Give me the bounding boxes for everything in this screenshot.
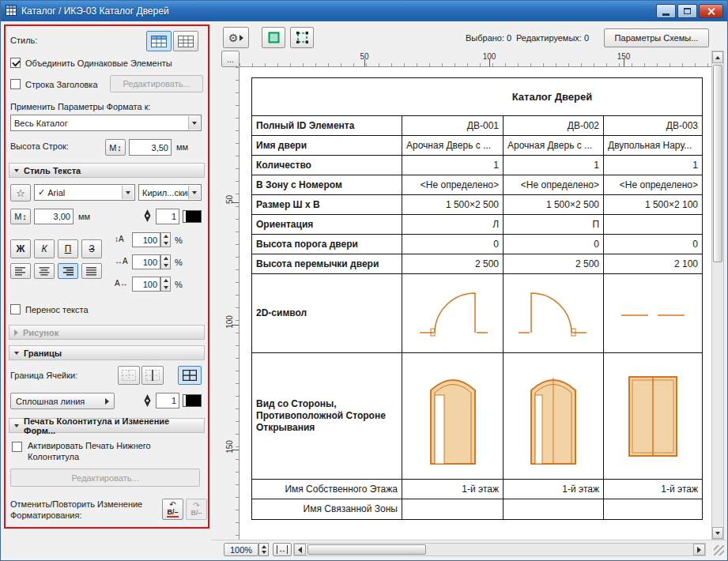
- text-size-input[interactable]: 3,00: [34, 209, 74, 224]
- italic-button[interactable]: К: [34, 239, 55, 258]
- table-cell[interactable]: 1: [604, 156, 702, 175]
- table-cell[interactable]: [604, 353, 702, 480]
- table-cell[interactable]: 2 500: [402, 254, 504, 274]
- text-color-swatch[interactable]: [183, 210, 202, 223]
- font-select[interactable]: ✓ Arial: [34, 184, 135, 201]
- row-height-input[interactable]: 3,50: [129, 139, 172, 156]
- undo-format-button[interactable]: ↶ B/–: [162, 499, 183, 520]
- section-footer-print[interactable]: Печать Колонтитула и Изменение Форм...: [9, 418, 205, 433]
- scroll-left-button[interactable]: [294, 544, 306, 555]
- row-label[interactable]: 2D-символ: [252, 274, 402, 353]
- row-label[interactable]: Вид со Стороны, Противоположной Стороне …: [252, 353, 402, 480]
- marquee-select-button[interactable]: [290, 27, 314, 48]
- table-cell[interactable]: [604, 274, 702, 353]
- schedule-canvas[interactable]: Каталог Дверей Полный ID Элемента ДВ-001…: [240, 67, 711, 540]
- merge-identical-checkbox[interactable]: [10, 58, 21, 68]
- zoom-level-button[interactable]: 100%: [224, 543, 258, 556]
- border-all-button[interactable]: [178, 366, 202, 385]
- table-cell[interactable]: П: [504, 215, 604, 235]
- row-label[interactable]: Высота перемычки двери: [252, 254, 402, 274]
- table-cell[interactable]: Двупольная Нару...: [604, 136, 702, 156]
- table-cell[interactable]: 1 500×2 500: [402, 195, 504, 215]
- table-cell[interactable]: [604, 499, 702, 519]
- border-pen-input[interactable]: 1: [156, 393, 179, 409]
- horizontal-scrollbar[interactable]: [293, 543, 706, 556]
- text-pen-input[interactable]: 1: [156, 209, 179, 224]
- fit-in-window-button[interactable]: ↔: [273, 543, 292, 556]
- style-grid-header-button[interactable]: [146, 31, 172, 51]
- line-type-button[interactable]: Сплошная линия: [10, 393, 115, 409]
- row-label[interactable]: В Зону с Номером: [252, 175, 402, 195]
- table-cell[interactable]: 2 500: [504, 254, 604, 274]
- row-label[interactable]: Полный ID Элемента: [252, 116, 402, 136]
- table-title[interactable]: Каталог Дверей: [252, 78, 702, 116]
- scheme-parameters-button[interactable]: Параметры Схемы...: [604, 28, 709, 47]
- underline-button[interactable]: П: [58, 239, 78, 258]
- row-label[interactable]: Количество: [252, 156, 402, 175]
- line-spacing-input[interactable]: 100: [132, 232, 160, 247]
- align-right-button[interactable]: [58, 263, 78, 279]
- row-label[interactable]: Ориентация: [252, 215, 402, 235]
- char-width-spinner[interactable]: [160, 254, 171, 269]
- border-vertical-button[interactable]: [141, 366, 164, 385]
- table-cell[interactable]: Л: [402, 215, 504, 235]
- border-none-button[interactable]: [118, 366, 140, 385]
- scroll-down-button[interactable]: [712, 527, 723, 539]
- table-cell[interactable]: <Не определено>: [604, 175, 702, 195]
- table-cell[interactable]: 1: [504, 156, 604, 175]
- table-cell[interactable]: [504, 274, 604, 353]
- maximize-button[interactable]: [677, 4, 697, 18]
- row-label[interactable]: Высота порога двери: [252, 235, 402, 254]
- table-cell[interactable]: Арочная Дверь с ...: [504, 136, 604, 156]
- char-spacing-input[interactable]: 100: [132, 277, 160, 292]
- row-label[interactable]: Имя Собственного Этажа: [252, 480, 402, 499]
- row-label[interactable]: Имя Связанной Зоны: [252, 499, 402, 519]
- table-cell[interactable]: <Не определено>: [504, 175, 604, 195]
- row-label[interactable]: Имя двери: [252, 136, 402, 156]
- vertical-scroll-thumb[interactable]: [713, 65, 722, 262]
- table-cell[interactable]: <Не определено>: [402, 175, 504, 195]
- line-spacing-spinner[interactable]: [160, 232, 171, 247]
- row-label[interactable]: Размер Ш х В: [252, 195, 402, 215]
- select-elements-button[interactable]: [262, 27, 285, 48]
- char-spacing-spinner[interactable]: [160, 277, 171, 292]
- table-cell[interactable]: 1: [402, 156, 504, 175]
- footer-edit-button[interactable]: Редактировать...: [10, 469, 200, 487]
- vertical-scrollbar[interactable]: [711, 51, 724, 540]
- section-text-style[interactable]: Стиль Текста: [9, 163, 205, 178]
- table-cell[interactable]: [504, 499, 604, 519]
- table-cell[interactable]: Арочная Дверь с ...: [402, 136, 504, 156]
- section-borders[interactable]: Границы: [9, 345, 205, 360]
- wrap-text-checkbox[interactable]: [10, 304, 21, 314]
- align-left-button[interactable]: [10, 263, 31, 279]
- table-cell[interactable]: [504, 353, 604, 480]
- border-color-swatch[interactable]: [183, 394, 202, 407]
- table-cell[interactable]: [402, 274, 504, 353]
- edit-header-button[interactable]: Редактировать...: [110, 75, 203, 92]
- apply-format-select[interactable]: Весь Каталог: [10, 115, 202, 131]
- section-picture[interactable]: Рисунок: [9, 325, 205, 340]
- zoom-spinner[interactable]: [258, 543, 269, 556]
- table-cell[interactable]: 0: [604, 235, 702, 254]
- table-cell[interactable]: ДВ-001: [402, 116, 504, 136]
- align-center-button[interactable]: [34, 263, 55, 279]
- minimize-button[interactable]: [656, 4, 676, 18]
- close-button[interactable]: [699, 4, 723, 18]
- align-justify-button[interactable]: [81, 263, 102, 279]
- header-row-checkbox[interactable]: [10, 79, 21, 89]
- table-cell[interactable]: [604, 215, 702, 235]
- table-cell[interactable]: 1 500×2 100: [604, 195, 702, 215]
- table-cell[interactable]: 1-й этаж: [504, 480, 604, 499]
- table-cell[interactable]: [402, 499, 504, 519]
- horizontal-scroll-thumb[interactable]: [307, 544, 426, 555]
- char-width-input[interactable]: 100: [132, 254, 160, 269]
- favorites-button[interactable]: ☆: [10, 184, 31, 201]
- table-cell[interactable]: 1-й этаж: [402, 480, 504, 499]
- ruler-options-button[interactable]: ...: [221, 51, 240, 67]
- scroll-up-button[interactable]: [712, 51, 723, 63]
- table-cell[interactable]: ДВ-003: [604, 116, 702, 136]
- table-cell[interactable]: [402, 353, 504, 480]
- footer-activate-checkbox[interactable]: [12, 442, 22, 452]
- script-select[interactable]: Кирил...ский: [138, 184, 202, 201]
- titlebar[interactable]: Каталог / ИКЭ-03 Каталог Дверей: [1, 1, 727, 21]
